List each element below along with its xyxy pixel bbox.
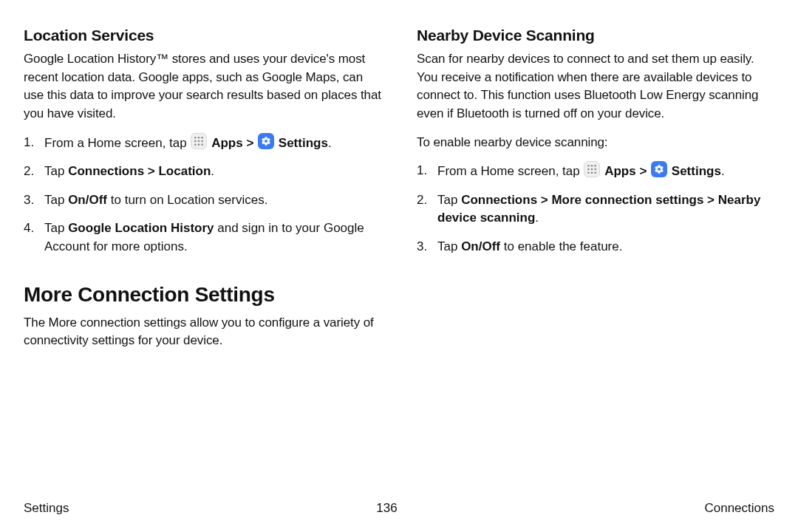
settings-label: Settings [279, 136, 328, 150]
step-bold: On/Off [68, 193, 107, 207]
paragraph-location-services: Google Location History™ stores and uses… [24, 50, 381, 123]
heading-nearby-device-scanning: Nearby Device Scanning [417, 27, 774, 44]
step-2: Tap Connections > Location. [24, 163, 381, 181]
svg-point-12 [588, 168, 590, 171]
step-text: . [211, 164, 214, 178]
paragraph-nearby-device: Scan for nearby devices to connect to an… [417, 50, 774, 123]
svg-point-10 [591, 165, 593, 167]
footer-right: Connections [704, 501, 774, 516]
page-footer: Settings 136 Connections [24, 501, 774, 516]
apps-label: Apps [604, 164, 636, 178]
svg-point-13 [591, 168, 593, 171]
left-column: Location Services Google Location Histor… [24, 27, 381, 361]
step-bold: Google Location History [68, 221, 214, 235]
step-text: to turn on Location services. [107, 193, 267, 207]
svg-point-8 [202, 143, 204, 146]
footer-left: Settings [24, 501, 69, 516]
step-1: From a Home screen, tap Apps > Settings. [417, 162, 774, 181]
step-text: Tap [44, 193, 68, 207]
step-1: From a Home screen, tap Apps > Settings. [24, 134, 381, 153]
right-column: Nearby Device Scanning Scan for nearby d… [417, 27, 774, 361]
svg-point-17 [595, 172, 597, 174]
step-text: From a Home screen, tap [44, 136, 190, 150]
svg-point-6 [195, 143, 197, 146]
apps-icon [584, 161, 600, 177]
step-text: From a Home screen, tap [437, 164, 583, 178]
footer-page-number: 136 [376, 501, 397, 516]
svg-point-14 [595, 168, 597, 171]
svg-point-3 [195, 140, 197, 142]
paragraph-enable-nearby: To enable nearby device scanning: [417, 134, 774, 152]
svg-point-15 [588, 172, 590, 174]
svg-point-1 [198, 137, 200, 139]
step-3: Tap On/Off to enable the feature. [417, 238, 774, 256]
svg-point-5 [202, 140, 204, 142]
paragraph-more-connection: The More connection settings allow you t… [24, 314, 381, 350]
step-bold: On/Off [461, 239, 500, 253]
step-text: Tap [44, 164, 68, 178]
apps-icon [191, 133, 207, 149]
heading-location-services: Location Services [24, 27, 381, 44]
chevron-right-icon: > [246, 136, 257, 150]
svg-point-9 [588, 165, 590, 167]
svg-point-11 [595, 165, 597, 167]
svg-point-0 [195, 137, 197, 139]
step-text: to enable the feature. [500, 239, 622, 253]
step-bold: Connections > Location [68, 164, 211, 178]
steps-location-services: From a Home screen, tap Apps > Settings.… [24, 134, 381, 256]
settings-label: Settings [672, 164, 721, 178]
step-text: . [535, 211, 539, 225]
svg-point-16 [591, 172, 593, 174]
chevron-right-icon: > [639, 164, 650, 178]
step-text: . [721, 164, 725, 178]
svg-point-7 [198, 143, 200, 146]
steps-nearby-device: From a Home screen, tap Apps > Settings.… [417, 162, 774, 256]
svg-point-4 [198, 140, 200, 142]
settings-icon [258, 133, 274, 149]
step-4: Tap Google Location History and sign in … [24, 219, 381, 256]
svg-point-2 [202, 137, 204, 139]
step-text: Tap [44, 221, 68, 235]
step-text: Tap [437, 193, 461, 207]
settings-icon [651, 161, 667, 177]
step-text: . [328, 136, 332, 150]
step-bold: Connections > More connection settings >… [437, 193, 760, 225]
step-text: Tap [437, 239, 461, 253]
step-3: Tap On/Off to turn on Location services. [24, 191, 381, 210]
step-2: Tap Connections > More connection settin… [417, 191, 774, 228]
apps-label: Apps [211, 136, 243, 150]
heading-more-connection-settings: More Connection Settings [24, 283, 381, 307]
